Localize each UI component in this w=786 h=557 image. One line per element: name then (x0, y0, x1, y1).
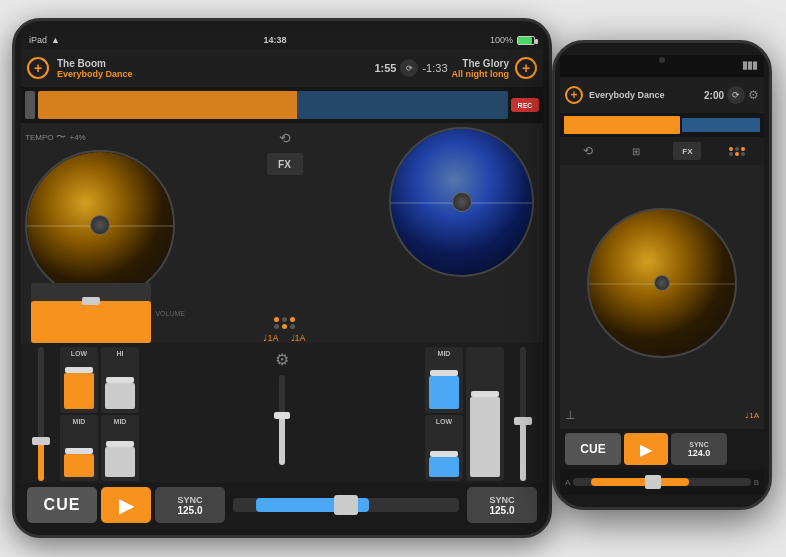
phone-crossfader-thumb[interactable] (645, 475, 661, 489)
volume-thumb[interactable] (82, 297, 100, 305)
phone-fx-button[interactable]: FX (673, 142, 701, 160)
crossfader-track[interactable] (233, 498, 459, 512)
phone-waveform[interactable] (560, 113, 764, 137)
center-mid-fader[interactable]: MID (101, 415, 139, 481)
track-left-info: The Boom Everybody Dance (53, 58, 370, 79)
sync-left-button[interactable]: SYNC 125.0 (155, 487, 225, 523)
right-eq2-fader[interactable] (466, 347, 504, 481)
left-tempo-thumb[interactable] (32, 437, 50, 445)
waveform-canvas (38, 91, 508, 119)
deck-left: TEMPO 〜 +4% (25, 127, 185, 343)
left-tempo-col (25, 347, 57, 481)
phone-crossfader-fill (591, 478, 689, 486)
center-mid-thumb[interactable] (106, 441, 134, 447)
tempo-value: +4% (69, 133, 85, 142)
play-button[interactable]: ▶ (101, 487, 151, 523)
header-right: The Glory All night long + (452, 57, 538, 79)
bottom-bar: CUE ▶ SYNC 125.0 SYNC 125.0 (21, 483, 543, 527)
cue-button[interactable]: CUE (27, 487, 97, 523)
track-right-title: The Glory (452, 58, 510, 69)
right-tempo-track[interactable] (520, 347, 526, 481)
waveform-main[interactable] (38, 91, 508, 119)
right-low-fill (429, 457, 459, 477)
deck-right (384, 127, 539, 343)
center-hi-fader[interactable]: HI (101, 347, 139, 413)
add-right-button[interactable]: + (515, 57, 537, 79)
status-time: 14:38 (263, 35, 286, 45)
device-label: iPad (29, 35, 47, 45)
center-eq-col: HI MID (101, 347, 139, 481)
track-left-subtitle: Everybody Dance (57, 69, 366, 79)
status-bar-center: 14:38 (263, 35, 286, 45)
right-low-label: LOW (436, 418, 452, 425)
crossfader-thumb[interactable] (334, 495, 358, 515)
left-low-fill (64, 373, 94, 409)
volume-area: VOLUME (25, 283, 185, 343)
phone-sync-button[interactable]: SYNC 124.0 (671, 433, 727, 465)
left-mid-thumb[interactable] (65, 448, 93, 454)
main-fader-track[interactable] (279, 375, 285, 465)
time-left: 1:55 (374, 62, 396, 74)
right-low-fader[interactable]: LOW (425, 415, 463, 481)
add-left-button[interactable]: + (27, 57, 49, 79)
right-tempo-thumb[interactable] (514, 417, 532, 425)
tempo-section: TEMPO 〜 +4% (25, 127, 185, 147)
phone-crossfader-track[interactable] (573, 478, 750, 486)
sync-left-value: 125.0 (177, 505, 202, 516)
center-mid-label: MID (114, 418, 127, 425)
phone-turntable-center (654, 275, 670, 291)
center-hi-thumb[interactable] (106, 377, 134, 383)
phone-play-button[interactable]: ▶ (624, 433, 668, 465)
phone-gear-icon[interactable]: ⚙ (748, 88, 759, 102)
track-left-title: The Boom (57, 58, 366, 69)
fx-button[interactable]: FX (267, 153, 303, 175)
phone-grid-dots[interactable] (729, 147, 746, 156)
grid-dots[interactable] (274, 317, 296, 329)
phone-track-title: Everybody Dance (589, 90, 698, 100)
volume-slider-track[interactable] (31, 283, 151, 343)
left-mid-fill (64, 454, 94, 477)
right-eq-col-2 (466, 347, 504, 481)
time-center-display: ⟳ -1:33 (400, 59, 447, 77)
dot-4 (274, 324, 279, 329)
left-mid-fader[interactable]: MID (60, 415, 98, 481)
track-right-info: The Glory All night long (452, 58, 510, 79)
play-icon: ▶ (119, 493, 134, 517)
left-low-thumb[interactable] (65, 367, 93, 373)
turntable-left[interactable] (25, 150, 175, 300)
rec-button[interactable]: REC (511, 98, 539, 112)
tablet-device: iPad ▲ 14:38 100% + The Boom Ev (12, 18, 552, 538)
phone-sync-icon[interactable]: ⟳ (727, 86, 745, 104)
right-low-thumb[interactable] (430, 451, 458, 457)
phone-action-bar: CUE ▶ SYNC 124.0 (560, 429, 764, 469)
phone-sync-icon-glyph: ⟳ (732, 90, 740, 100)
wifi-icon: ▲ (51, 35, 60, 45)
phone-eq-icon[interactable]: ⊞ (626, 141, 646, 161)
phone-loop-icon[interactable]: ⟲ (578, 141, 598, 161)
waveform-bar: REC (21, 87, 543, 123)
main-fader-thumb[interactable] (274, 412, 290, 419)
phone-cue-button[interactable]: CUE (565, 433, 621, 465)
sync-right-label: SYNC (489, 495, 514, 505)
pdot-3 (741, 147, 745, 151)
phone-turntable-area (560, 165, 764, 401)
left-tempo-track[interactable] (38, 347, 44, 481)
dot-3 (290, 317, 295, 322)
status-bar: iPad ▲ 14:38 100% (21, 31, 543, 49)
right-tempo-fill (520, 421, 526, 481)
phone-track-info: Everybody Dance (586, 90, 701, 100)
loop-icon[interactable]: ⟲ (274, 127, 296, 149)
volume-fill (31, 301, 151, 343)
right-mid-thumb[interactable] (430, 370, 458, 376)
turntable-right[interactable] (389, 127, 534, 277)
center-hi-fill (105, 383, 135, 409)
left-low-fader[interactable]: LOW (60, 347, 98, 413)
volume-label: VOLUME (155, 310, 185, 317)
right-eq2-thumb[interactable] (471, 391, 499, 397)
sync-right-button[interactable]: SYNC 125.0 (467, 487, 537, 523)
pdot-5 (735, 152, 739, 156)
phone-turntable[interactable] (587, 208, 737, 358)
gear-icon[interactable]: ⚙ (270, 347, 294, 371)
right-mid-fader[interactable]: MID (425, 347, 463, 413)
phone-add-button[interactable]: + (565, 86, 583, 104)
